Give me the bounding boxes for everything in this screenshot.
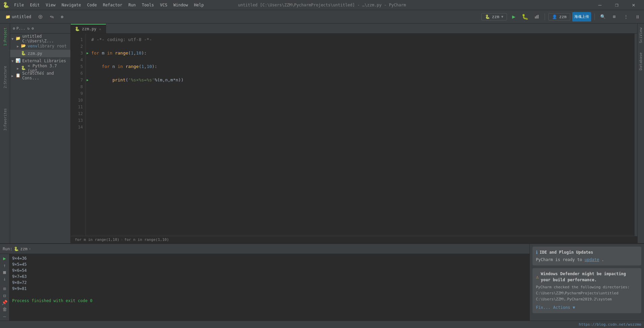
notification-update: ℹ IDE and Plugin Updates PyCharm is read… (533, 247, 641, 265)
settings-button[interactable]: ⚙ (58, 13, 66, 20)
output-line-1: 9×4=36 (12, 255, 527, 261)
username: zzm (559, 14, 567, 19)
menu-run[interactable]: Run (126, 2, 138, 8)
code-line-8 (91, 83, 635, 90)
info-icon: ℹ (536, 249, 538, 255)
breadcrumb-item-1[interactable]: for m in range(1,10) (75, 238, 119, 242)
toolbar: 📁 untitled ⚙ 🐍 zzm ▼ ▶ 🐛 👤 zzm 海魂上传 🔍 ⊞ (0, 10, 644, 24)
menu-vcs[interactable]: VCS (157, 2, 170, 8)
menu-help[interactable]: Help (191, 2, 206, 8)
window-title: untitled [C:\Users\ZZM\PycharmProjects\u… (238, 3, 406, 7)
code-line-4 (91, 57, 635, 63)
menu-window[interactable]: Window (171, 2, 191, 8)
menu-navigate[interactable]: Navigate (59, 2, 84, 8)
expand-arrow: ▼ (11, 37, 15, 41)
left-sidebar-icons: 1:Project 2:Structure 3:Favorites (0, 24, 10, 243)
upload-button[interactable]: 海魂上传 (572, 12, 591, 22)
run-minimize-button[interactable]: — (1, 313, 8, 319)
code-content[interactable]: # -*- coding: utf-8 -*- ▶ for m in range… (86, 34, 635, 236)
minimize-button[interactable]: — (592, 0, 608, 10)
sciview-label[interactable]: SciView (638, 26, 644, 44)
code-editor[interactable]: 1 2 3 4 5 6 7 8 9 10 11 12 13 14 (71, 34, 637, 236)
run-settings-button[interactable]: ⊟ (1, 293, 8, 299)
run-rerun-button[interactable]: ⊞ (1, 286, 8, 292)
expand-button[interactable]: ⊞ (610, 12, 619, 22)
tab-close-button[interactable]: ✕ (98, 27, 102, 31)
new-file-button[interactable] (35, 13, 45, 20)
run-scroll-down[interactable]: ↓ (1, 276, 8, 282)
tree-item-untitled[interactable]: ▼ 📁 untitled C:\Users\Z... (10, 35, 70, 42)
tree-label-scratches: Scratches and Cons... (22, 71, 69, 80)
run-tab-close[interactable]: ✕ (29, 247, 31, 251)
tab-label: zzm.py (82, 27, 96, 31)
svg-rect-2 (536, 15, 537, 19)
menu-file[interactable]: File (11, 2, 27, 8)
structure-icon[interactable]: 2:Structure (0, 63, 10, 91)
user-badge[interactable]: 👤 zzm (548, 13, 570, 21)
output-line-exit: Process finished with exit code 0 (12, 298, 527, 304)
python-file-icon: 🐍 (21, 51, 26, 56)
coverage-button[interactable] (532, 12, 541, 22)
menu-edit[interactable]: Edit (27, 2, 42, 8)
project-dropdown[interactable]: 📁 untitled (3, 13, 34, 20)
tab-zzm[interactable]: 🐍 zzm.py ✕ (71, 24, 106, 33)
project-view-icon[interactable]: 1:Project (0, 25, 10, 48)
tree-item-zzm[interactable]: ▶ 🐍 zzm.py (10, 50, 70, 57)
run-config-name: zzm (492, 14, 500, 19)
run-config-label: zzm (20, 247, 28, 251)
notif-body-update: PyCharm is ready to update . (536, 257, 638, 263)
search-everywhere-button[interactable]: 🔍 (598, 12, 608, 22)
actions-dropdown[interactable]: Actions ▼ (553, 304, 575, 311)
notif-header-info: ℹ IDE and Plugin Updates (536, 249, 638, 255)
menu-bar: File Edit View Navigate Code Refactor Ru… (11, 2, 206, 8)
code-line-13 (91, 117, 635, 124)
run-scroll-up[interactable]: ↑ (1, 262, 8, 268)
folder-icon: 📁 (15, 36, 21, 41)
breadcrumb-item-2[interactable]: for n in range(1,10) (124, 238, 169, 242)
code-line-7: ▶ print ( '%s×%s=%s' %(m,n,m*n)) (91, 77, 635, 83)
notif-update-link[interactable]: update (585, 257, 599, 262)
close-button[interactable]: ✕ (626, 0, 641, 10)
code-line-14 (91, 124, 635, 131)
blog-link[interactable]: https://blog.csdn.net/wszzmo (579, 322, 641, 327)
code-line-5: for n in range ( 1 , 10 ): (91, 63, 635, 70)
run-configuration[interactable]: 🐍 zzm ▼ (481, 13, 507, 21)
favorites-icon[interactable]: 3:Favorites (0, 106, 10, 133)
fix-button[interactable]: Fix... (536, 304, 550, 311)
debug-button[interactable]: 🐛 (520, 12, 530, 22)
code-line-2 (91, 43, 635, 50)
menu-view[interactable]: View (43, 2, 58, 8)
run-pin-button[interactable]: 📌 (1, 299, 8, 305)
expand-arrow-py37: ▶ (17, 67, 21, 70)
tree-label-ext: External Libraries (22, 59, 66, 63)
sync-button[interactable] (47, 13, 57, 20)
more-options-button[interactable]: ⋮ (621, 12, 631, 22)
menu-code[interactable]: Code (85, 2, 100, 8)
gear-icon[interactable]: ⚙ (32, 26, 34, 31)
output-line-4: 9×7=63 (12, 274, 527, 280)
run-play-button[interactable]: ▶ (1, 255, 8, 261)
toolbar-right: 🐍 zzm ▼ ▶ 🐛 👤 zzm 海魂上传 🔍 ⊞ ⋮ ⏸ (481, 12, 641, 22)
code-line-9 (91, 90, 635, 97)
run-clear-button[interactable]: 🗑 (1, 306, 8, 312)
run-stop-button[interactable]: ■ (1, 269, 8, 275)
status-bar: https://blog.csdn.net/wszzmo (0, 321, 644, 328)
scratches-icon: 📋 (15, 73, 21, 78)
tree-item-venv[interactable]: ▶ 📂 venv library root (10, 42, 70, 50)
code-line-3: ▶ for m in range ( 1 , 10 ): (91, 50, 635, 57)
notif-header-warn: ⚠ Windows Defender might be impacting yo… (536, 271, 638, 283)
vertical-scrollbar[interactable] (635, 34, 637, 236)
sync-icon[interactable]: ↻ (27, 26, 30, 31)
menu-tools[interactable]: Tools (139, 2, 157, 8)
panel-dropdown-icon[interactable]: ⚙ (13, 26, 15, 31)
maximize-button[interactable]: ❐ (609, 0, 624, 10)
notification-defender: ⚠ Windows Defender might be impacting yo… (533, 268, 641, 313)
run-toolbar: ▶ ↑ ■ ↓ ⊞ ⊟ 📌 🗑 — (0, 254, 9, 321)
run-label: Run: (3, 247, 12, 251)
run-button[interactable]: ▶ (509, 12, 518, 22)
project-label: P... (17, 26, 26, 31)
database-label[interactable]: Database (638, 51, 644, 72)
tree-item-scratches[interactable]: ▶ 📋 Scratches and Cons... (10, 72, 70, 79)
menu-refactor[interactable]: Refactor (100, 2, 125, 8)
status-bar-right: https://blog.csdn.net/wszzmo (579, 322, 641, 327)
